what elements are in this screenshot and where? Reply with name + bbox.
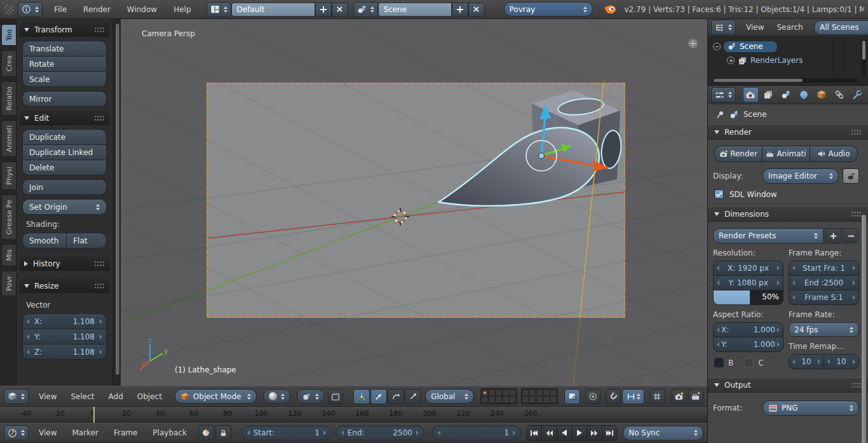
sync-mode-dropdown[interactable]: No Sync [623, 426, 703, 440]
tab-relations[interactable]: Relatio [1, 81, 16, 116]
scale-button[interactable]: Scale [23, 72, 106, 86]
outliner-filter-dropdown[interactable]: All Scenes [814, 20, 868, 35]
object-menu[interactable]: Object [135, 392, 165, 401]
increment-arrow-icon[interactable] [100, 319, 102, 324]
panel-grip[interactable] [94, 115, 105, 121]
outliner-editor-selector[interactable] [711, 20, 736, 35]
layer-cell[interactable] [522, 397, 529, 403]
join-button[interactable]: Join [23, 180, 106, 194]
lock-interface-button[interactable] [843, 168, 859, 184]
tab-constraints[interactable] [831, 87, 847, 102]
outliner-hscrollbar[interactable] [713, 78, 858, 83]
tab-misc[interactable]: Mis [1, 244, 16, 266]
mirror-button[interactable]: Mirror [23, 92, 106, 106]
close-scene-button[interactable] [468, 3, 485, 17]
tab-povray[interactable]: Povr [1, 271, 16, 296]
layer-cell[interactable] [482, 397, 488, 403]
layer-cell[interactable] [496, 390, 502, 396]
increment-arrow-icon[interactable] [777, 266, 780, 271]
decrement-arrow-icon[interactable] [27, 350, 29, 355]
increment-arrow-icon[interactable] [853, 280, 855, 285]
viewport-editor-selector[interactable] [4, 389, 29, 404]
layer-cell[interactable] [550, 397, 557, 403]
tab-grease-pencil[interactable]: Grease Pe [1, 194, 16, 240]
increment-arrow-icon[interactable] [100, 350, 102, 355]
layer-cell[interactable] [496, 397, 502, 403]
tab-tools[interactable]: Too [1, 24, 16, 46]
layer-cell[interactable] [543, 390, 550, 396]
timeline-marker-menu[interactable]: Marker [69, 428, 100, 437]
decrement-arrow-icon[interactable] [792, 266, 795, 271]
shade-smooth-button[interactable]: Smooth [23, 233, 66, 248]
panel-grip[interactable] [851, 382, 862, 388]
pin-icon[interactable] [715, 110, 725, 119]
3d-viewport[interactable]: Camera Persp (1) Lathe_shape z y x [121, 19, 707, 386]
layer-cell[interactable] [510, 397, 516, 403]
increment-arrow-icon[interactable] [777, 280, 780, 285]
history-panel-header[interactable]: History [20, 256, 109, 271]
layer-cell[interactable] [482, 390, 488, 396]
aspect-x-field[interactable]: X: 1.000 [714, 323, 783, 337]
increment-arrow-icon[interactable] [513, 430, 515, 435]
increment-arrow-icon[interactable] [853, 266, 855, 271]
render-engine-dropdown[interactable]: Povray [504, 2, 593, 17]
layer-cell[interactable] [503, 390, 509, 396]
render-button[interactable]: Render [715, 146, 762, 161]
decrement-arrow-icon[interactable] [717, 266, 719, 271]
menu-file[interactable]: File [51, 5, 69, 14]
render-animation-button[interactable]: Animati [763, 146, 810, 161]
layer-cell[interactable] [489, 397, 495, 403]
select-menu[interactable]: Select [68, 392, 97, 401]
output-panel-header[interactable]: Output [708, 378, 868, 393]
corner-resize-handle[interactable] [4, 4, 14, 15]
frame-step-field[interactable]: Frame S:1 [789, 290, 858, 304]
layer-cell[interactable] [489, 390, 495, 396]
current-frame-playhead[interactable] [93, 407, 95, 423]
scene-selector-icon-button[interactable] [353, 2, 378, 17]
scene-field[interactable]: Scene [378, 3, 452, 17]
manipulate-centers-button[interactable] [328, 389, 343, 404]
view-menu[interactable]: View [36, 392, 59, 401]
increment-arrow-icon[interactable] [853, 359, 855, 364]
add-scene-button[interactable] [452, 3, 468, 17]
scrollbar-thumb[interactable] [862, 215, 866, 443]
add-layout-button[interactable] [315, 3, 332, 17]
decrement-arrow-icon[interactable] [27, 334, 29, 339]
resolution-x-field[interactable]: X: 1920 px [714, 261, 783, 275]
dimensions-panel-header[interactable]: Dimensions [708, 207, 868, 222]
proportional-edit-button[interactable] [585, 389, 600, 404]
expand-toggle-icon[interactable] [727, 57, 735, 64]
tab-object[interactable] [813, 87, 829, 102]
resize-x-field[interactable]: X: 1.108 [23, 314, 106, 329]
border-checkbox[interactable] [714, 358, 724, 367]
timeline-playback-menu[interactable]: Playback [150, 428, 189, 437]
info-editor-selector[interactable] [18, 2, 43, 17]
layer-cell[interactable] [550, 390, 557, 396]
properties-editor-selector[interactable] [711, 87, 736, 102]
decrement-arrow-icon[interactable] [792, 280, 795, 285]
tab-animation[interactable]: Animati [1, 120, 16, 157]
collapse-toggle-icon[interactable] [713, 43, 721, 50]
transform-panel-header[interactable]: Transform [20, 22, 109, 37]
scrollbar-thumb[interactable] [714, 79, 803, 82]
scale-manipulator-button[interactable] [405, 389, 421, 404]
end-frame-field[interactable]: End :2500 [789, 276, 858, 290]
timeline-editor-selector[interactable] [4, 425, 29, 440]
decrement-arrow-icon[interactable] [717, 327, 719, 332]
scrollbar-thumb[interactable] [115, 23, 120, 376]
tab-scene[interactable] [778, 87, 794, 102]
layer-cell[interactable] [529, 390, 536, 396]
rotate-manipulator-button[interactable] [388, 389, 404, 404]
menu-render[interactable]: Render [81, 5, 113, 14]
jump-to-end-button[interactable] [602, 426, 617, 440]
add-menu[interactable]: Add [106, 392, 126, 401]
play-button[interactable] [573, 426, 587, 440]
add-preset-button[interactable] [825, 228, 841, 243]
close-layout-button[interactable] [332, 3, 348, 17]
decrement-arrow-icon[interactable] [717, 280, 719, 285]
timeline-frame-menu[interactable]: Frame [111, 428, 140, 437]
tab-world[interactable] [796, 87, 812, 102]
snap-element-dropdown[interactable] [622, 389, 644, 404]
timeline-view-menu[interactable]: View [36, 428, 59, 437]
snap-peel-button[interactable] [649, 389, 665, 404]
